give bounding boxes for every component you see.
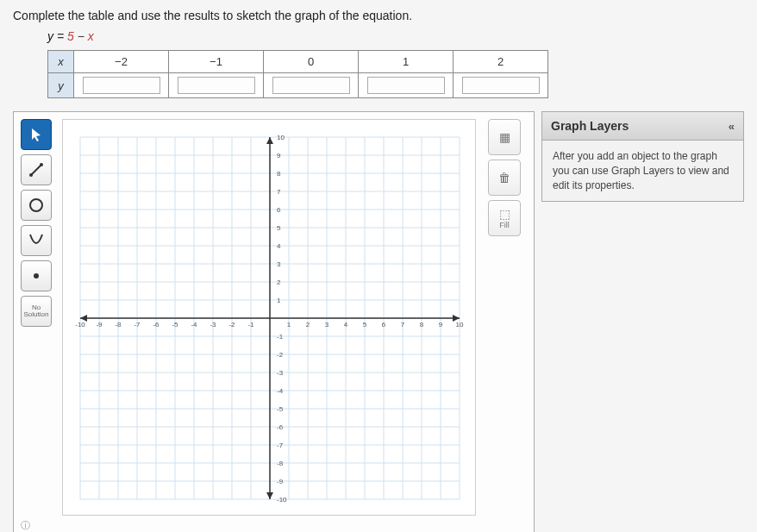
svg-text:-7: -7 bbox=[277, 441, 284, 449]
point-icon bbox=[32, 272, 41, 280]
svg-text:-6: -6 bbox=[277, 423, 284, 431]
svg-text:-10: -10 bbox=[75, 321, 85, 329]
collapse-icon[interactable]: « bbox=[729, 120, 735, 133]
eq-const: 5 bbox=[67, 29, 74, 43]
trash-icon: 🗑 bbox=[498, 171, 510, 185]
svg-text:-9: -9 bbox=[277, 478, 284, 485]
svg-text:10: 10 bbox=[277, 134, 285, 141]
svg-text:1: 1 bbox=[277, 297, 281, 304]
graphing-tool: No Solution -10-9-8-7-6-5-4-3-2-11234567… bbox=[13, 111, 535, 532]
y-input-3[interactable] bbox=[367, 77, 445, 94]
svg-text:9: 9 bbox=[277, 152, 281, 160]
svg-text:-6: -6 bbox=[153, 321, 160, 329]
parabola-icon bbox=[28, 233, 44, 248]
svg-text:7: 7 bbox=[277, 188, 281, 196]
fill-button[interactable]: ⬚ Fill bbox=[488, 200, 521, 236]
svg-text:2: 2 bbox=[306, 321, 310, 329]
colors-icon: ▦ bbox=[499, 130, 510, 144]
y-input-1[interactable] bbox=[178, 77, 255, 94]
svg-text:-4: -4 bbox=[191, 321, 197, 329]
graph-layers-header[interactable]: Graph Layers « bbox=[541, 111, 744, 141]
svg-text:-3: -3 bbox=[210, 321, 216, 329]
eq-lhs: y bbox=[47, 29, 53, 43]
pointer-tool[interactable] bbox=[21, 119, 52, 150]
svg-text:10: 10 bbox=[456, 321, 464, 329]
svg-marker-51 bbox=[266, 137, 273, 144]
svg-text:8: 8 bbox=[420, 321, 424, 329]
svg-text:5: 5 bbox=[277, 224, 281, 232]
graph-layers-title: Graph Layers bbox=[551, 119, 629, 133]
x-cell: 0 bbox=[264, 51, 359, 73]
line-icon bbox=[29, 163, 43, 177]
svg-point-2 bbox=[40, 163, 43, 166]
svg-text:4: 4 bbox=[344, 321, 348, 329]
eq-mid: − bbox=[78, 29, 88, 43]
svg-text:-1: -1 bbox=[277, 333, 284, 341]
y-input-4[interactable] bbox=[462, 77, 540, 94]
delete-button[interactable]: 🗑 bbox=[488, 160, 521, 196]
helper-row: ⓘ bbox=[21, 519, 527, 532]
svg-text:4: 4 bbox=[277, 242, 281, 250]
x-cell: −1 bbox=[169, 51, 264, 73]
svg-text:5: 5 bbox=[363, 321, 367, 329]
svg-text:-8: -8 bbox=[277, 460, 284, 467]
svg-text:3: 3 bbox=[325, 321, 329, 329]
point-tool[interactable] bbox=[21, 260, 52, 291]
grid-svg: -10-9-8-7-6-5-4-3-2-11234567891012345678… bbox=[63, 120, 477, 516]
tool-palette: No Solution bbox=[21, 119, 55, 516]
x-cell: −2 bbox=[74, 51, 169, 73]
graph-layers-hint: After you add an object to the graph you… bbox=[541, 141, 744, 202]
svg-text:-7: -7 bbox=[134, 321, 141, 329]
help-icon[interactable]: ⓘ bbox=[21, 519, 30, 532]
svg-text:1: 1 bbox=[287, 321, 291, 329]
eq-var: x bbox=[88, 29, 94, 43]
circle-icon bbox=[28, 197, 44, 213]
x-header: x bbox=[48, 51, 74, 73]
svg-text:-8: -8 bbox=[115, 321, 122, 329]
eq-op: = bbox=[57, 29, 67, 43]
svg-text:-4: -4 bbox=[277, 387, 284, 395]
no-solution-tool[interactable]: No Solution bbox=[21, 296, 52, 327]
svg-text:3: 3 bbox=[277, 260, 281, 268]
svg-text:-2: -2 bbox=[228, 321, 235, 329]
svg-point-3 bbox=[30, 199, 42, 211]
svg-text:-9: -9 bbox=[96, 321, 103, 329]
y-header: y bbox=[48, 73, 74, 98]
line-tool[interactable] bbox=[21, 154, 52, 185]
svg-text:9: 9 bbox=[439, 321, 443, 329]
svg-text:-5: -5 bbox=[277, 405, 284, 413]
svg-point-1 bbox=[29, 173, 33, 177]
graph-canvas[interactable]: -10-9-8-7-6-5-4-3-2-11234567891012345678… bbox=[62, 119, 476, 516]
graph-area: No Solution -10-9-8-7-6-5-4-3-2-11234567… bbox=[13, 111, 744, 532]
svg-line-0 bbox=[31, 165, 41, 175]
svg-text:6: 6 bbox=[277, 206, 281, 214]
svg-point-4 bbox=[34, 273, 39, 279]
fill-icon: ⬚ bbox=[499, 207, 510, 221]
y-input-2[interactable] bbox=[272, 77, 350, 94]
equation: y = 5 − x bbox=[47, 29, 744, 43]
x-cell: 2 bbox=[454, 51, 548, 73]
x-cell: 1 bbox=[359, 51, 454, 73]
xy-table: x −2 −1 0 1 2 y bbox=[47, 50, 548, 98]
question-prompt: Complete the table and use the results t… bbox=[13, 9, 744, 22]
svg-text:-10: -10 bbox=[277, 496, 287, 504]
svg-text:6: 6 bbox=[382, 321, 386, 329]
circle-tool[interactable] bbox=[21, 190, 52, 221]
svg-text:-1: -1 bbox=[247, 321, 254, 329]
svg-text:-3: -3 bbox=[277, 369, 284, 377]
parabola-tool[interactable] bbox=[21, 225, 52, 256]
svg-text:8: 8 bbox=[277, 170, 281, 178]
svg-text:-2: -2 bbox=[277, 351, 284, 359]
fill-label: Fill bbox=[499, 221, 510, 229]
graph-layers-panel: Graph Layers « After you add an object t… bbox=[541, 111, 744, 202]
svg-text:-5: -5 bbox=[172, 321, 178, 329]
svg-text:7: 7 bbox=[401, 321, 405, 329]
canvas-side-buttons: ▦ 🗑 ⬚ Fill bbox=[488, 119, 524, 516]
colors-button[interactable]: ▦ bbox=[488, 119, 521, 155]
svg-text:2: 2 bbox=[277, 279, 281, 286]
y-input-0[interactable] bbox=[83, 77, 160, 94]
svg-marker-52 bbox=[266, 492, 273, 499]
pointer-icon bbox=[29, 128, 43, 141]
